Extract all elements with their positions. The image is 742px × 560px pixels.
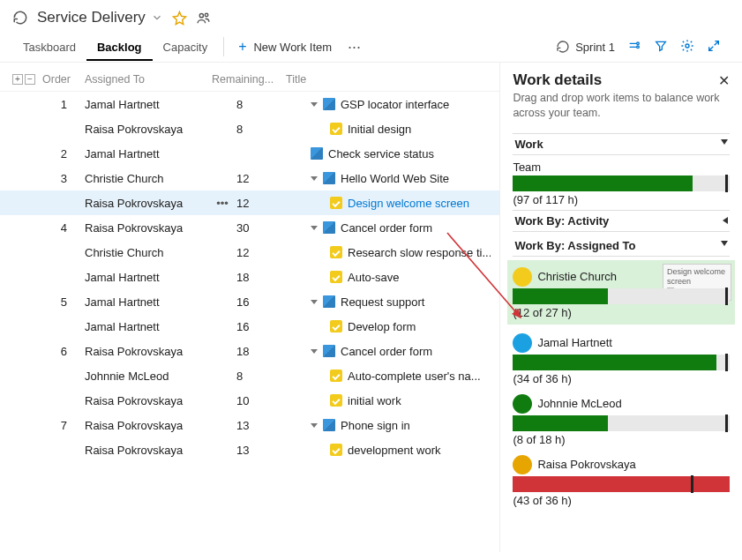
- tab-capacity[interactable]: Capacity: [153, 34, 219, 61]
- assignee-capacity-block[interactable]: Jamal Hartnett(34 of 36 h): [513, 333, 730, 385]
- col-order[interactable]: Order: [42, 73, 81, 86]
- remaining-cell: 12: [236, 246, 307, 259]
- col-remaining[interactable]: Remaining...: [212, 73, 282, 86]
- row-actions[interactable]: •••: [212, 197, 233, 210]
- expand-toggle-icon[interactable]: [311, 176, 318, 184]
- assignee-capacity-block[interactable]: Raisa Pokrovskaya(43 of 36 h): [513, 455, 730, 507]
- title-cell[interactable]: Research slow response ti...: [311, 246, 491, 259]
- remaining-cell: 18: [236, 345, 307, 358]
- work-item-title: Check service status: [328, 147, 434, 161]
- svg-point-0: [199, 13, 203, 17]
- assigned-cell: Jamal Hartnett: [85, 271, 208, 284]
- assignee-capacity-block[interactable]: Johnnie McLeod(8 of 18 h): [513, 394, 730, 446]
- gear-icon[interactable]: [680, 39, 694, 56]
- task-icon: [330, 320, 342, 332]
- title-cell[interactable]: Check service status: [311, 147, 491, 161]
- collapse-all-button[interactable]: −: [25, 74, 35, 85]
- assigned-cell: Raisa Pokrovskaya: [85, 444, 208, 457]
- expand-toggle-icon[interactable]: [311, 300, 318, 308]
- tab-taskboard[interactable]: Taskboard: [12, 34, 86, 61]
- assignee-capacity-block[interactable]: Christie ChurchDesign welcome screen(12 …: [507, 260, 735, 325]
- backlog-row[interactable]: Johnnie McLeod8Auto-complete user's na..…: [0, 363, 499, 388]
- remaining-cell: 18: [236, 271, 307, 284]
- work-item-title: Hello World Web Site: [341, 172, 449, 185]
- filter-icon[interactable]: [654, 39, 668, 56]
- expand-toggle-icon[interactable]: [311, 423, 318, 431]
- more-actions-button[interactable]: ···: [341, 33, 368, 62]
- assigned-cell: Johnnie McLeod: [85, 370, 208, 383]
- backlog-row[interactable]: Raisa Pokrovskaya•••12Design welcome scr…: [0, 190, 499, 215]
- svg-point-4: [686, 44, 689, 48]
- backlog-row[interactable]: 4Raisa Pokrovskaya30Cancel order form: [0, 215, 499, 240]
- title-cell[interactable]: Cancel order form: [311, 345, 491, 358]
- sprint-selector[interactable]: Sprint 1: [556, 40, 615, 54]
- pbi-icon: [323, 295, 335, 308]
- backlog-row[interactable]: Raisa Pokrovskaya8Initial design: [0, 116, 499, 141]
- title-cell[interactable]: Develop form: [311, 320, 491, 333]
- remaining-cell: 16: [236, 295, 307, 309]
- title-cell[interactable]: initial work: [311, 394, 491, 407]
- work-details-panel: Work details ✕ Drag and drop work items …: [499, 63, 742, 552]
- chevron-down-icon[interactable]: [151, 11, 163, 24]
- backlog-row[interactable]: 7Raisa Pokrovskaya13Phone sign in: [0, 413, 499, 437]
- capacity-caption: (43 of 36 h): [513, 494, 730, 507]
- title-cell[interactable]: Initial design: [311, 123, 491, 136]
- work-item-title: Research slow response ti...: [348, 246, 491, 259]
- title-cell[interactable]: development work: [311, 444, 491, 457]
- section-by-assigned[interactable]: Work By: Assigned To: [513, 235, 730, 257]
- title-cell[interactable]: Hello World Web Site: [311, 172, 491, 185]
- title-cell[interactable]: Cancel order form: [311, 221, 491, 235]
- work-item-title: Auto-save: [348, 271, 400, 284]
- plus-icon: +: [238, 39, 246, 55]
- backlog-row[interactable]: 3Christie Church12Hello World Web Site: [0, 166, 499, 190]
- svg-point-3: [637, 46, 640, 49]
- work-item-title: Auto-complete user's na...: [348, 370, 481, 383]
- backlog-row[interactable]: 6Raisa Pokrovskaya18Cancel order form: [0, 339, 499, 363]
- title-cell[interactable]: Auto-save: [311, 271, 491, 284]
- task-icon: [330, 394, 342, 407]
- order-cell: 6: [42, 345, 81, 358]
- people-icon[interactable]: [196, 11, 211, 26]
- expand-toggle-icon[interactable]: [311, 226, 318, 234]
- backlog-row[interactable]: Jamal Hartnett16Develop form: [0, 314, 499, 339]
- title-cell[interactable]: GSP locator interface: [311, 98, 491, 111]
- backlog-row[interactable]: 5Jamal Hartnett16Request support: [0, 289, 499, 314]
- section-work[interactable]: Work: [513, 133, 730, 155]
- expand-toggle-icon[interactable]: [311, 349, 318, 357]
- team-capacity-caption: (97 of 117 h): [513, 193, 730, 206]
- section-by-activity[interactable]: Work By: Activity: [513, 210, 730, 232]
- settings-icon[interactable]: [627, 39, 641, 56]
- close-icon[interactable]: ✕: [718, 72, 730, 89]
- title-cell[interactable]: Request support: [311, 295, 491, 309]
- new-work-item-button[interactable]: + New Work Item: [229, 32, 341, 62]
- title-cell[interactable]: Phone sign in: [311, 419, 491, 432]
- refresh-icon[interactable]: [12, 10, 28, 26]
- chevron-left-icon: [719, 217, 728, 224]
- sprint-label: Sprint 1: [575, 41, 615, 54]
- remaining-cell: 12: [236, 172, 307, 185]
- assigned-cell: Christie Church: [85, 172, 208, 185]
- title-cell[interactable]: Design welcome screen: [311, 197, 491, 210]
- backlog-row[interactable]: Raisa Pokrovskaya13development work: [0, 437, 499, 462]
- fullscreen-icon[interactable]: [707, 39, 721, 56]
- tab-backlog[interactable]: Backlog: [86, 34, 153, 61]
- star-icon[interactable]: [172, 11, 187, 26]
- assignee-name: Raisa Pokrovskaya: [537, 458, 635, 471]
- backlog-row[interactable]: 1Jamal Hartnett8GSP locator interface: [0, 92, 499, 116]
- remaining-cell: 12: [236, 197, 307, 210]
- project-title: Service Delivery: [37, 9, 146, 26]
- title-cell[interactable]: Auto-complete user's na...: [311, 370, 491, 383]
- backlog-row[interactable]: 2Jamal HartnettCheck service status: [0, 141, 499, 166]
- expand-all-button[interactable]: +: [12, 74, 23, 85]
- col-assigned[interactable]: Assigned To: [85, 73, 208, 86]
- order-cell: 5: [42, 295, 81, 309]
- expand-toggle-icon[interactable]: [311, 102, 318, 110]
- backlog-row[interactable]: Raisa Pokrovskaya10initial work: [0, 388, 499, 413]
- work-item-title: Request support: [341, 295, 424, 309]
- backlog-row[interactable]: Christie Church12Research slow response …: [0, 240, 499, 265]
- assigned-cell: Raisa Pokrovskaya: [85, 394, 208, 407]
- assigned-cell: Raisa Pokrovskaya: [85, 419, 208, 432]
- capacity-caption: (8 of 18 h): [513, 433, 730, 446]
- backlog-row[interactable]: Jamal Hartnett18Auto-save: [0, 265, 499, 289]
- col-title[interactable]: Title: [286, 73, 491, 86]
